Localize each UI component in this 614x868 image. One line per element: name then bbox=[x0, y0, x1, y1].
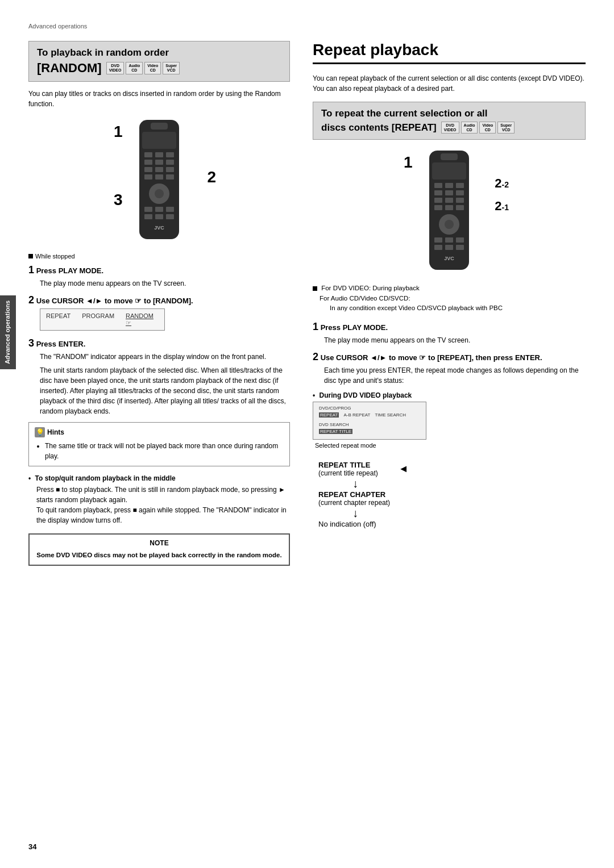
svg-rect-21 bbox=[155, 214, 163, 219]
badge-video-right: VideoCD bbox=[479, 122, 496, 133]
svg-rect-36 bbox=[434, 205, 442, 210]
hints-box: 💡 Hints The same title or track will not… bbox=[28, 422, 290, 466]
svg-rect-35 bbox=[456, 198, 464, 203]
badge-audio-right: AudioCD bbox=[461, 122, 478, 133]
step2-title-right: 2 Use CURSOR ◄/► to move ☞ to [REPEAT], … bbox=[313, 351, 586, 363]
dvd-screenshot: DVD/CD/PROG REPEAT A-B REPEAT TIME SEARC… bbox=[313, 402, 426, 440]
hint-item-1: The same title or track will not be play… bbox=[45, 441, 284, 461]
repeat-section-header: To repeat the current selection or all d… bbox=[313, 102, 586, 140]
step3-left: 3 Press ENTER. The "RANDOM" indicator ap… bbox=[28, 337, 290, 416]
step2-right: 2 Use CURSOR ◄/► to move ☞ to [REPEAT], … bbox=[313, 351, 586, 386]
svg-point-16 bbox=[155, 189, 164, 198]
flow-block-title: REPEAT TITLE (current title repeat) bbox=[318, 461, 378, 477]
svg-rect-4 bbox=[155, 152, 163, 157]
flow-label-off: No indication (off) bbox=[318, 520, 376, 528]
svg-rect-28 bbox=[445, 183, 453, 188]
flow-label-sub-title: (current title repeat) bbox=[318, 469, 378, 477]
random-header-title: To playback in random order bbox=[37, 47, 281, 59]
note-box: NOTE Some DVD VIDEO discs may not be pla… bbox=[28, 533, 290, 566]
svg-rect-44 bbox=[434, 245, 442, 250]
svg-rect-37 bbox=[445, 205, 453, 210]
svg-rect-18 bbox=[155, 207, 163, 212]
repeat-main-title: Repeat playback bbox=[313, 41, 586, 64]
flow-arrow-title-right: ◄ bbox=[399, 463, 409, 475]
badge-dvd-right: DVDVIDEO bbox=[441, 122, 459, 133]
step1-title-right: 1 Press PLAY MODE. bbox=[313, 321, 586, 333]
repeat-header-subtitle: discs contents [REPEAT] DVDVIDEO AudioCD… bbox=[321, 122, 577, 133]
svg-rect-45 bbox=[445, 245, 453, 250]
remote-svg-right: JVC bbox=[421, 148, 478, 273]
dvd-screen-row-1: DVD/CD/PROG bbox=[319, 406, 420, 411]
badge-group-left: DVDVIDEO AudioCD VideoCD SuperVCD bbox=[106, 62, 180, 74]
menu-item-repeat: REPEAT bbox=[46, 312, 70, 327]
step2-left: 2 Use CURSOR ◄/► to move ☞ to [RANDOM]. … bbox=[28, 294, 290, 331]
dvd-screen-item-time: TIME SEARCH bbox=[375, 412, 406, 418]
svg-rect-12 bbox=[144, 174, 152, 180]
remote-illustration-right: 1 2-2 2-1 bbox=[313, 148, 586, 274]
step-label-1: 1 bbox=[114, 123, 123, 141]
step3-body2-left: The unit starts random playback of the s… bbox=[40, 365, 290, 416]
note-title: NOTE bbox=[36, 539, 282, 547]
flow-label-main-chapter: REPEAT CHAPTER bbox=[318, 490, 390, 499]
svg-rect-22 bbox=[166, 214, 174, 219]
svg-rect-25 bbox=[441, 153, 458, 160]
svg-rect-7 bbox=[155, 160, 163, 165]
repeat-header-title: To repeat the current selection or all bbox=[321, 108, 577, 119]
flow-block-chapter: REPEAT CHAPTER (current chapter repeat) bbox=[318, 490, 390, 507]
step1-right: 1 Press PLAY MODE. The play mode menu ap… bbox=[313, 321, 586, 345]
svg-rect-46 bbox=[456, 245, 464, 250]
step2-body-right: Each time you press ENTER, the repeat mo… bbox=[324, 365, 586, 386]
step2-title-left: 2 Use CURSOR ◄/► to move ☞ to [RANDOM]. bbox=[28, 294, 290, 306]
step-label-1-right: 1 bbox=[404, 153, 413, 172]
condition-text-1: For DVD VIDEO: During playback bbox=[321, 285, 420, 291]
hints-icon: 💡 bbox=[35, 427, 45, 437]
svg-rect-1 bbox=[151, 123, 168, 130]
dvd-screen-row-2: REPEAT A-B REPEAT TIME SEARCH DVD SEARCH bbox=[319, 412, 420, 427]
flow-item-off: No indication (off) bbox=[318, 520, 376, 528]
svg-rect-20 bbox=[144, 214, 152, 219]
svg-rect-31 bbox=[445, 190, 453, 195]
step-label-2-2-right: 2-2 bbox=[495, 176, 509, 191]
remote-svg-left: JVC bbox=[131, 117, 188, 242]
svg-rect-2 bbox=[142, 132, 176, 149]
dvd-screenshot-container: DVD/CD/PROG REPEAT A-B REPEAT TIME SEARC… bbox=[313, 402, 426, 449]
svg-rect-41 bbox=[434, 237, 442, 243]
repeat-flow: REPEAT TITLE (current title repeat) ◄ ↓ … bbox=[313, 461, 586, 528]
condition-text-2: For Audio CD/Video CD/SVCD: bbox=[320, 295, 410, 302]
while-stopped-note: While stopped bbox=[28, 253, 290, 260]
badge-super-right: SuperVCD bbox=[497, 122, 515, 133]
breadcrumb: Advanced operations bbox=[28, 23, 586, 30]
badge-dvd: DVDVIDEO bbox=[106, 62, 125, 74]
left-column: To playback in random order [RANDOM] DVD… bbox=[28, 41, 290, 566]
svg-rect-9 bbox=[144, 167, 152, 172]
condition-notes: For DVD VIDEO: During playback For Audio… bbox=[313, 283, 586, 313]
dvd-screen-row-3: REPEAT TITLE bbox=[319, 429, 420, 434]
condition-text-3: In any condition except Video CD/SVCD pl… bbox=[330, 304, 503, 311]
dvd-screen-item-ab: A-B REPEAT bbox=[343, 412, 370, 418]
svg-rect-42 bbox=[445, 237, 453, 243]
bullet-dvd: • bbox=[313, 391, 315, 399]
svg-rect-11 bbox=[166, 167, 174, 172]
right-column: Repeat playback You can repeat playback … bbox=[313, 41, 586, 566]
flow-item-title: REPEAT TITLE (current title repeat) ◄ bbox=[318, 461, 409, 477]
step1-title-left: 1 Press PLAY MODE. bbox=[28, 264, 290, 276]
svg-rect-6 bbox=[144, 160, 152, 165]
random-intro: You can play titles or tracks on discs i… bbox=[28, 89, 290, 109]
svg-rect-3 bbox=[144, 152, 152, 157]
step-label-2-1-right: 2-1 bbox=[495, 199, 509, 214]
random-section-header: To playback in random order [RANDOM] DVD… bbox=[28, 41, 290, 82]
svg-text:JVC: JVC bbox=[444, 256, 454, 261]
random-header-subtitle: [RANDOM] bbox=[37, 61, 102, 76]
selected-mode-label: Selected repeat mode bbox=[313, 442, 426, 449]
dvd-subhead: • During DVD VIDEO playback bbox=[313, 391, 586, 399]
remote-illustration-left: 1 3 2 bbox=[28, 117, 290, 244]
svg-rect-27 bbox=[434, 183, 442, 188]
step1-label-left: Press PLAY MODE. bbox=[36, 266, 104, 275]
flow-item-chapter: REPEAT CHAPTER (current chapter repeat) bbox=[318, 490, 390, 507]
svg-rect-30 bbox=[434, 190, 442, 195]
square-bullet-left bbox=[28, 254, 33, 258]
svg-point-40 bbox=[445, 220, 454, 229]
svg-rect-34 bbox=[445, 198, 453, 203]
bullet-stop: • bbox=[28, 474, 31, 482]
svg-rect-8 bbox=[166, 160, 174, 165]
